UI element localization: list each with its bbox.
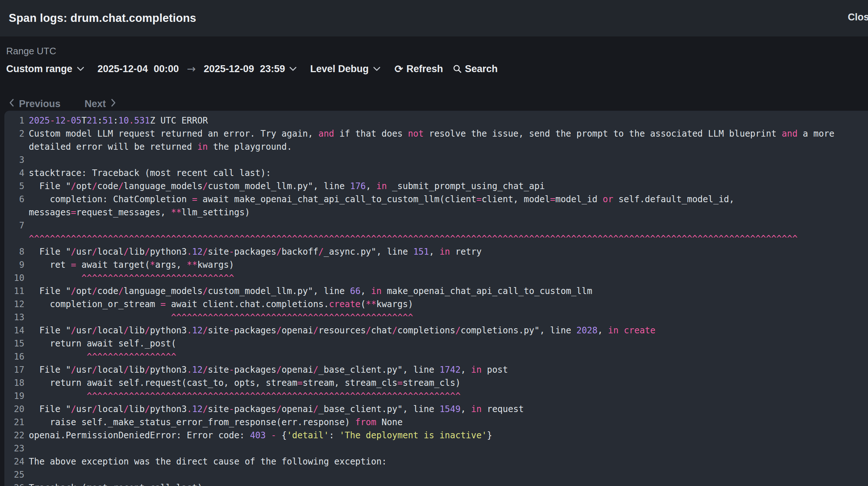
level-filter-button[interactable]: Level Debug	[310, 63, 381, 75]
line-number: 8	[8, 245, 24, 258]
date-from: 2025-12-04	[98, 63, 148, 75]
chevron-down-icon	[77, 66, 85, 71]
previous-label: Previous	[19, 98, 60, 110]
line-number: 18	[8, 376, 24, 389]
log-line-text: detailed error will be returned in the p…	[29, 140, 292, 153]
log-line-text: return await self.request(cast_to, opts,…	[29, 376, 461, 389]
log-line-text: return await self._post(	[29, 337, 176, 350]
log-line: 5 File "/opt/code/language_models/custom…	[4, 180, 868, 193]
log-line: 16 ^^^^^^^^^^^^^^^^^	[4, 350, 868, 363]
log-line: 9 ret = await target(*args, **kwargs)	[4, 258, 868, 271]
log-line: 11 File "/opt/code/language_models/custo…	[4, 285, 868, 298]
range-utc-label: Range UTC	[6, 46, 868, 57]
next-label: Next	[85, 98, 106, 110]
log-lines: 12025-12-05T21:51:10.531Z UTC ERROR2Cust…	[4, 114, 868, 486]
log-line: 4stacktrace: Traceback (most recent call…	[4, 166, 868, 180]
log-line: detailed error will be returned in the p…	[4, 140, 868, 153]
search-label: Search	[465, 63, 498, 75]
log-line: 17 File "/usr/local/lib/python3.12/site-…	[4, 363, 868, 376]
line-number: 16	[8, 350, 24, 363]
line-number: 14	[8, 324, 24, 337]
line-number: 21	[8, 416, 24, 429]
log-line: 2Custom model LLM request returned an er…	[4, 127, 868, 140]
search-button[interactable]: Search	[453, 63, 498, 75]
line-number: 10	[8, 271, 24, 285]
level-filter-label: Level Debug	[310, 63, 369, 75]
line-number	[8, 232, 24, 245]
close-button[interactable]: Close	[848, 12, 868, 23]
line-number: 7	[8, 219, 24, 232]
range-preset-button[interactable]: Custom range	[6, 63, 85, 75]
line-number: 17	[8, 363, 24, 376]
line-number: 5	[8, 180, 24, 193]
log-line-text: File "/opt/code/language_models/custom_m…	[29, 285, 592, 298]
arrow-right-icon: →	[187, 63, 196, 75]
log-line-text: File "/usr/local/lib/python3.12/site-pac…	[29, 324, 656, 337]
log-line-text: ^^^^^^^^^^^^^^^^^^^^^^^^^^^^^^^^^^^^^^^^…	[29, 232, 798, 245]
line-number: 12	[8, 298, 24, 311]
line-number	[8, 140, 24, 153]
page-title: Span logs: drum.chat.completions	[9, 12, 196, 25]
time-to: 23:59	[260, 63, 285, 75]
line-number: 15	[8, 337, 24, 350]
log-line: 10 ^^^^^^^^^^^^^^^^^^^^^^^^^^^^^	[4, 271, 868, 285]
line-number: 1	[8, 114, 24, 127]
log-line: 19 ^^^^^^^^^^^^^^^^^^^^^^^^^^^^^^^^^^^^^…	[4, 389, 868, 403]
log-line-text: ^^^^^^^^^^^^^^^^^^^^^^^^^^^^^	[29, 271, 234, 285]
log-line-text: stacktrace: Traceback (most recent call …	[29, 166, 271, 180]
log-line: 7	[4, 219, 868, 232]
line-number: 9	[8, 258, 24, 271]
log-line: 22openai.PermissionDeniedError: Error co…	[4, 429, 868, 442]
time-from: 00:00	[154, 63, 179, 75]
log-line-text: File "/usr/local/lib/python3.12/site-pac…	[29, 245, 482, 258]
log-line-text: ^^^^^^^^^^^^^^^^^^^^^^^^^^^^^^^^^^^^^^^^…	[29, 389, 461, 403]
line-number: 3	[8, 153, 24, 166]
line-number: 2	[8, 127, 24, 140]
line-number: 11	[8, 285, 24, 298]
log-line: 18 return await self.request(cast_to, op…	[4, 376, 868, 389]
range-preset-label: Custom range	[6, 63, 73, 75]
dialog-header: Span logs: drum.chat.completions Close	[0, 0, 868, 36]
date-to: 2025-12-09	[204, 63, 254, 75]
log-line-text: 2025-12-05T21:51:10.531Z UTC ERROR	[29, 114, 208, 127]
log-line: 3	[4, 153, 868, 166]
log-line-text: raise self._make_status_error_from_respo…	[29, 416, 403, 429]
log-line: messages=request_messages, **llm_setting…	[4, 206, 868, 219]
log-line: 25	[4, 468, 868, 481]
chevron-down-icon	[373, 66, 381, 71]
log-line: 13 ^^^^^^^^^^^^^^^^^^^^^^^^^^^^^^^^^^^^^…	[4, 311, 868, 324]
log-line-text: completion: ChatCompletion = await make_…	[29, 193, 734, 206]
previous-button[interactable]: Previous	[9, 98, 60, 110]
next-button[interactable]: Next	[85, 98, 116, 110]
line-number: 24	[8, 455, 24, 468]
log-line-text: Custom model LLM request returned an err…	[29, 127, 834, 140]
line-number: 20	[8, 403, 24, 416]
log-line: 21 raise self._make_status_error_from_re…	[4, 416, 868, 429]
refresh-button[interactable]: ⟳ Refresh	[395, 63, 443, 75]
line-number: 13	[8, 311, 24, 324]
filter-toolbar: Custom range 2025-12-04 00:00 → 2025-12-…	[6, 63, 868, 75]
log-line-text: completion_or_stream = await client.chat…	[29, 298, 413, 311]
refresh-label: Refresh	[406, 63, 443, 75]
log-line: 8 File "/usr/local/lib/python3.12/site-p…	[4, 245, 868, 258]
log-line-text: The above exception was the direct cause…	[29, 455, 387, 468]
log-line-text: File "/opt/code/language_models/custom_m…	[29, 180, 545, 193]
log-panel[interactable]: 12025-12-05T21:51:10.531Z UTC ERROR2Cust…	[4, 111, 868, 486]
log-line: 12 completion_or_stream = await client.c…	[4, 298, 868, 311]
chevron-down-icon	[289, 66, 297, 71]
log-line: 12025-12-05T21:51:10.531Z UTC ERROR	[4, 114, 868, 127]
log-line: 14 File "/usr/local/lib/python3.12/site-…	[4, 324, 868, 337]
log-line-text: ^^^^^^^^^^^^^^^^^^^^^^^^^^^^^^^^^^^^^^^^…	[29, 311, 413, 324]
line-number	[8, 206, 24, 219]
date-range-button[interactable]: 2025-12-04 00:00 → 2025-12-09 23:59	[98, 63, 297, 75]
chevron-right-icon	[110, 98, 116, 110]
line-number: 26	[8, 481, 24, 486]
log-line: 23	[4, 442, 868, 455]
log-line: 6 completion: ChatCompletion = await mak…	[4, 193, 868, 206]
log-line: 15 return await self._post(	[4, 337, 868, 350]
refresh-icon: ⟳	[395, 63, 403, 75]
log-line: 26Traceback (most recent call last):	[4, 481, 868, 486]
line-number: 19	[8, 389, 24, 403]
line-number: 25	[8, 468, 24, 481]
log-line-text: Traceback (most recent call last):	[29, 481, 208, 486]
